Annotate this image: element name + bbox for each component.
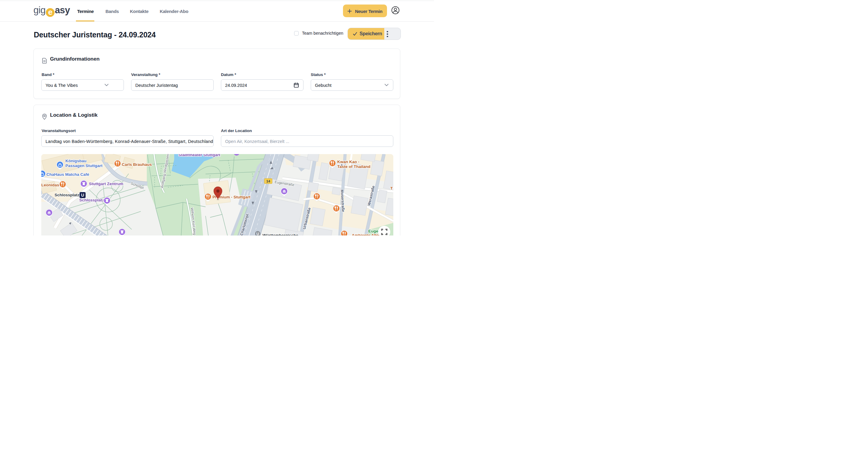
svg-text:Carls Brauhaus: Carls Brauhaus [122,162,152,167]
svg-text:Schlossplatz: Schlossplatz [55,193,80,197]
svg-text:14: 14 [267,179,270,183]
svg-text:Stuttgart Zentrum: Stuttgart Zentrum [89,181,123,186]
svg-text:Königsbau: Königsbau [65,158,87,163]
svg-text:Leonidas: Leonidas [41,183,59,187]
svg-text:Passagen Stuttgart: Passagen Stuttgart [65,164,103,168]
svg-text:Kwan Kao -: Kwan Kao - [337,159,360,164]
svg-text:U: U [256,232,259,235]
svg-text:Stadttheater Stuttgart: Stadttheater Stuttgart [179,154,220,157]
svg-text:Schlossplatz: Schlossplatz [79,198,104,202]
svg-text:Württembergische: Württembergische [262,233,299,236]
svg-text:U: U [81,193,84,198]
svg-text:Taste of Thailand: Taste of Thailand [337,164,370,169]
svg-text:ChaHaus Matcha Café: ChaHaus Matcha Café [46,172,89,177]
svg-text:T: T [390,186,393,190]
